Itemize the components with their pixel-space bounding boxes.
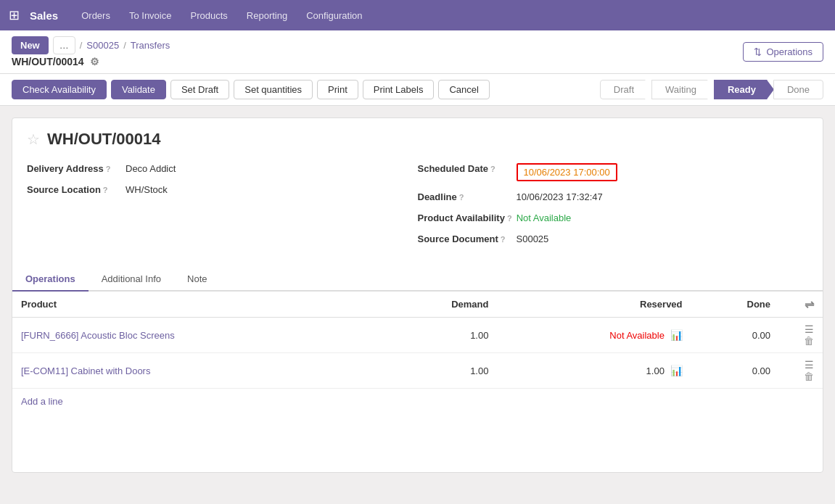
col-header-demand: Demand	[380, 292, 498, 318]
record-id-label: WH/OUT/00014	[12, 56, 84, 67]
breadcrumb-sep2: /	[123, 40, 126, 51]
breadcrumb-s00025[interactable]: S00025	[86, 40, 119, 51]
scheduled-date-help[interactable]: ?	[490, 165, 495, 173]
set-draft-button[interactable]: Set Draft	[170, 80, 229, 99]
scheduled-date-label: Scheduled Date ?	[418, 163, 512, 174]
nav-orders[interactable]: Orders	[74, 7, 118, 24]
table-row: [FURN_6666] Acoustic Bloc Screens 1.00 N…	[12, 318, 823, 353]
operations-table: Product Demand Reserved Done ⇌ [FURN_666…	[12, 292, 823, 389]
nav-configuration[interactable]: Configuration	[299, 7, 369, 24]
main-content: ☆ WH/OUT/00014 Delivery Address ? Deco A…	[0, 106, 835, 484]
validate-button[interactable]: Validate	[111, 80, 166, 99]
nav-products[interactable]: Products	[183, 7, 234, 24]
top-navigation: ⊞ Sales Orders To Invoice Products Repor…	[0, 0, 835, 30]
step-done[interactable]: Done	[773, 80, 823, 99]
product-availability-field: Product Availability ? Not Available	[418, 212, 809, 223]
product-availability-label: Product Availability ?	[418, 212, 512, 223]
record-header: ☆ WH/OUT/00014	[27, 130, 808, 149]
source-location-value: WH/Stock	[126, 184, 168, 195]
print-labels-button[interactable]: Print Labels	[363, 80, 435, 99]
sort-icon[interactable]: ⇌	[805, 298, 814, 310]
source-document-help[interactable]: ?	[501, 235, 506, 244]
reserved-value-2: 1.00 📊	[497, 353, 691, 389]
product-link-1[interactable]: [FURN_6666] Acoustic Bloc Screens	[21, 330, 175, 341]
record-title-row: WH/OUT/00014 ⚙	[12, 56, 170, 67]
source-document-field: Source Document ? S00025	[418, 234, 809, 244]
tab-operations[interactable]: Operations	[12, 268, 89, 292]
reserved-value-1: Not Available 📊	[497, 318, 691, 353]
source-document-value: S00025	[517, 234, 549, 244]
chart-icon-2[interactable]: 📊	[670, 365, 683, 376]
source-location-field: Source Location ? WH/Stock	[27, 184, 418, 195]
apps-icon[interactable]: ⊞	[9, 7, 20, 23]
source-location-help[interactable]: ?	[103, 186, 108, 194]
table-row: [E-COM11] Cabinet with Doors 1.00 1.00 📊…	[12, 353, 823, 389]
delivery-address-help[interactable]: ?	[106, 165, 111, 173]
product-availability-value: Not Available	[517, 212, 572, 223]
fields-right: Scheduled Date ? 10/06/2023 17:00:00 Dea…	[418, 163, 809, 244]
chart-icon-1[interactable]: 📊	[670, 329, 683, 341]
gear-icon[interactable]: ⚙	[90, 56, 99, 67]
col-header-done: Done	[691, 292, 779, 318]
step-waiting[interactable]: Waiting	[651, 80, 715, 99]
detail-icon-2[interactable]: ☰	[805, 359, 814, 371]
sub-header: New … / S00025 / Transfers WH/OUT/00014 …	[0, 30, 835, 74]
status-steps: Draft Waiting Ready Done	[600, 80, 823, 99]
tab-additional-info[interactable]: Additional Info	[89, 268, 174, 292]
breadcrumb-transfers[interactable]: Transfers	[131, 40, 170, 51]
detail-icon-1[interactable]: ☰	[805, 323, 814, 335]
demand-value-1: 1.00	[380, 318, 498, 353]
favorite-star-icon[interactable]: ☆	[27, 131, 40, 148]
action-bar: Check Availability Validate Set Draft Se…	[0, 74, 835, 106]
step-draft[interactable]: Draft	[600, 80, 652, 99]
operations-button[interactable]: ⇅ Operations	[743, 42, 823, 62]
cancel-button[interactable]: Cancel	[438, 80, 489, 99]
action-buttons: Check Availability Validate Set Draft Se…	[12, 80, 490, 99]
deadline-help[interactable]: ?	[459, 193, 464, 202]
delivery-address-field: Delivery Address ? Deco Addict	[27, 163, 418, 174]
done-value-1: 0.00	[691, 318, 779, 353]
record-name: WH/OUT/00014	[47, 130, 161, 149]
deadline-label: Deadline ?	[418, 191, 512, 202]
delete-icon-2[interactable]: 🗑	[804, 371, 814, 382]
set-quantities-button[interactable]: Set quantities	[234, 80, 313, 99]
fields-left: Delivery Address ? Deco Addict Source Lo…	[27, 163, 418, 244]
deadline-value: 10/06/2023 17:32:47	[517, 191, 603, 202]
scheduled-date-box[interactable]: 10/06/2023 17:00:00	[517, 163, 617, 181]
check-availability-button[interactable]: Check Availability	[12, 80, 107, 99]
deadline-field: Deadline ? 10/06/2023 17:32:47	[418, 191, 809, 202]
delivery-address-label: Delivery Address ?	[27, 163, 121, 174]
scheduled-date-field: Scheduled Date ? 10/06/2023 17:00:00	[418, 163, 809, 181]
nav-reporting[interactable]: Reporting	[239, 7, 295, 24]
breadcrumb-sep1: /	[80, 40, 83, 51]
operations-label: Operations	[766, 46, 813, 57]
operations-icon: ⇅	[754, 46, 762, 57]
delivery-address-value: Deco Addict	[126, 163, 176, 174]
col-header-reserved: Reserved	[497, 292, 691, 318]
demand-value-2: 1.00	[380, 353, 498, 389]
fields-grid: Delivery Address ? Deco Addict Source Lo…	[27, 163, 808, 244]
nav-to-invoice[interactable]: To Invoice	[122, 7, 179, 24]
delete-icon-1[interactable]: 🗑	[804, 335, 814, 347]
product-link-2[interactable]: [E-COM11] Cabinet with Doors	[21, 365, 150, 376]
scheduled-date-value: 10/06/2023 17:00:00	[524, 167, 610, 178]
dots-button[interactable]: …	[53, 36, 75, 54]
add-line-button[interactable]: Add a line	[12, 389, 72, 414]
breadcrumb: New … / S00025 / Transfers	[12, 36, 170, 54]
product-availability-help[interactable]: ?	[507, 214, 512, 223]
tab-note[interactable]: Note	[174, 268, 220, 292]
source-location-label: Source Location ?	[27, 184, 121, 195]
step-ready[interactable]: Ready	[714, 80, 774, 99]
new-button[interactable]: New	[12, 36, 49, 54]
source-document-label: Source Document ?	[418, 234, 512, 244]
done-value-2: 0.00	[691, 353, 779, 389]
col-header-product: Product	[12, 292, 380, 318]
print-button[interactable]: Print	[317, 80, 358, 99]
app-name[interactable]: Sales	[30, 9, 58, 22]
tabs: Operations Additional Info Note	[12, 268, 823, 292]
